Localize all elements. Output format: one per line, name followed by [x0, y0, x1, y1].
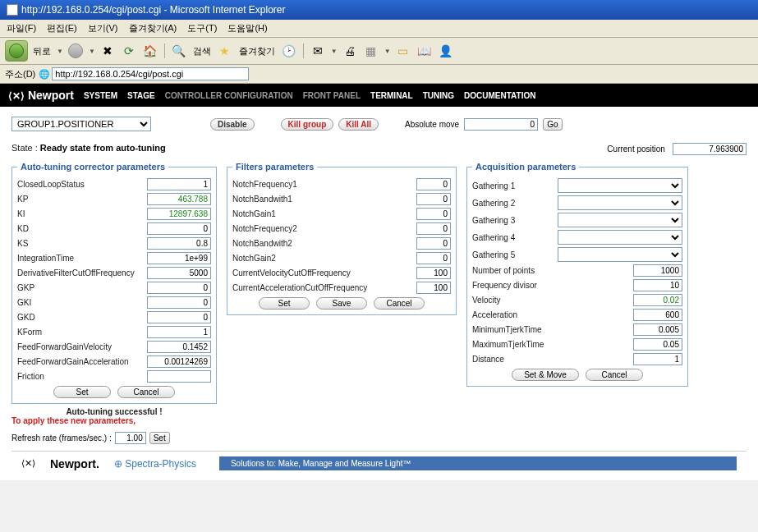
positioner-select[interactable]: GROUP1.POSITIONER	[11, 117, 151, 131]
param-label: Number of points	[472, 266, 535, 275]
ie-icon	[7, 4, 18, 16]
edit-button[interactable]: ▦	[362, 42, 380, 60]
filters-save-button[interactable]: Save	[316, 297, 367, 310]
menu-view[interactable]: 보기(V)	[88, 23, 118, 33]
refresh-input[interactable]	[115, 432, 146, 444]
param-input-CurrentVelocityCutOffFrequency[interactable]	[416, 267, 451, 279]
gathering-select-4[interactable]	[558, 230, 682, 245]
edit-dropdown-icon[interactable]: ▼	[384, 48, 391, 55]
nav-terminal[interactable]: TERMINAL	[370, 91, 413, 100]
param-input-Acceleration[interactable]	[633, 309, 682, 321]
acq-row: Acceleration	[472, 309, 682, 321]
param-input-NotchGain1[interactable]	[416, 208, 451, 220]
home-button[interactable]: 🏠	[141, 42, 159, 60]
messenger-button[interactable]: 👤	[437, 42, 455, 60]
filters-cancel-button[interactable]: Cancel	[374, 297, 425, 310]
forward-button[interactable]	[67, 42, 85, 60]
param-input-Distance[interactable]	[633, 353, 682, 365]
param-input-GKI[interactable]	[147, 296, 211, 309]
param-input-DerivativeFilterCutOffFrequency[interactable]	[147, 267, 211, 279]
menu-tools[interactable]: 도구(T)	[187, 23, 217, 33]
gathering-select-5[interactable]	[558, 247, 682, 262]
autotune-panel: Auto-tuning corrector parameters ClosedL…	[11, 162, 217, 404]
nav-tuning[interactable]: TUNING	[423, 91, 454, 100]
menu-help[interactable]: 도움말(H)	[227, 23, 267, 33]
gathering-select-2[interactable]	[558, 195, 682, 210]
param-label: NotchFrequency2	[232, 224, 297, 233]
autotune-row: DerivativeFilterCutOffFrequency	[17, 267, 211, 279]
logo-icon: ⟨✕⟩	[8, 90, 25, 102]
menu-edit[interactable]: 편집(E)	[47, 23, 77, 33]
nav-system[interactable]: SYSTEM	[84, 91, 117, 100]
param-input-MinimumTjerkTime[interactable]	[633, 323, 682, 336]
param-input-GKP[interactable]	[147, 282, 211, 294]
param-input-Velocity[interactable]	[633, 294, 682, 306]
history-button[interactable]: 🕑	[280, 42, 298, 60]
param-label: KD	[17, 224, 29, 233]
absolute-move-label: Absolute move	[405, 120, 459, 129]
stop-button[interactable]: ✖	[99, 42, 117, 60]
refresh-set-button[interactable]: Set	[149, 432, 170, 444]
param-input-KForm[interactable]	[147, 326, 211, 338]
param-input-KP[interactable]	[147, 193, 211, 205]
param-input-CurrentAccelerationCutOffFrequency[interactable]	[416, 282, 451, 294]
param-input-FeedForwardGainVelocity[interactable]	[147, 341, 211, 353]
param-label: CurrentVelocityCutOffFrequency	[232, 268, 351, 277]
search-label: 검색	[193, 45, 211, 57]
back-dropdown-icon[interactable]: ▼	[57, 48, 63, 55]
param-input-KD[interactable]	[147, 222, 211, 235]
param-input-Frequency divisor[interactable]	[633, 279, 682, 291]
param-input-NotchFrequency1[interactable]	[416, 178, 451, 190]
print-button[interactable]: 🖨	[341, 42, 359, 60]
logo-text: Newport	[28, 89, 74, 102]
nav-frontpanel[interactable]: FRONT PANEL	[303, 91, 361, 100]
ie-menubar: 파일(F) 편집(E) 보기(V) 즐겨찾기(A) 도구(T) 도움말(H)	[0, 20, 758, 38]
menu-file[interactable]: 파일(F)	[7, 23, 36, 33]
gathering-label: Gathering 5	[472, 250, 515, 259]
param-input-KS[interactable]	[147, 237, 211, 250]
go-button[interactable]: Go	[543, 118, 562, 131]
gathering-row: Gathering 3	[472, 213, 682, 227]
acq-setmove-button[interactable]: Set & Move	[512, 369, 579, 381]
address-input[interactable]	[52, 67, 249, 80]
param-input-IntegrationTime[interactable]	[147, 252, 211, 264]
footer-spectra: ⊕ Spectra-Physics	[114, 458, 196, 470]
mail-dropdown-icon[interactable]: ▼	[331, 48, 338, 55]
param-input-NotchBandwith1[interactable]	[416, 193, 451, 205]
absolute-move-input[interactable]	[464, 118, 538, 131]
param-label: Acceleration	[472, 310, 517, 319]
search-button[interactable]: 🔍	[170, 42, 188, 60]
param-input-FeedForwardGainAcceleration[interactable]	[147, 355, 211, 368]
acq-cancel-button[interactable]: Cancel	[586, 369, 643, 381]
refresh-button[interactable]: ⟳	[120, 42, 138, 60]
discuss-button[interactable]: ▭	[394, 42, 412, 60]
param-input-ClosedLoopStatus[interactable]	[147, 178, 211, 190]
param-input-MaximumTjerkTime[interactable]	[633, 338, 682, 351]
param-input-Number of points[interactable]	[633, 264, 682, 277]
research-button[interactable]: 📖	[416, 42, 434, 60]
param-input-GKD[interactable]	[147, 311, 211, 323]
kill-group-button[interactable]: Kill group	[281, 118, 334, 131]
autotune-cancel-button[interactable]: Cancel	[117, 386, 175, 398]
param-input-Friction[interactable]	[147, 370, 211, 383]
param-input-KI[interactable]	[147, 208, 211, 220]
param-label: NotchFrequency1	[232, 180, 297, 189]
gathering-select-3[interactable]	[558, 213, 682, 227]
param-input-NotchFrequency2[interactable]	[416, 222, 451, 235]
nav-stage[interactable]: STAGE	[127, 91, 155, 100]
nav-documentation[interactable]: DOCUMENTATION	[464, 91, 535, 100]
favorites-button[interactable]: ★	[216, 42, 234, 60]
param-label: KS	[17, 239, 28, 248]
disable-button[interactable]: Disable	[210, 118, 255, 131]
mail-button[interactable]: ✉	[309, 42, 327, 60]
param-input-NotchBandwith2[interactable]	[416, 237, 451, 250]
menu-favorites[interactable]: 즐겨찾기(A)	[129, 23, 177, 33]
forward-dropdown-icon[interactable]: ▼	[89, 48, 95, 55]
filters-set-button[interactable]: Set	[259, 297, 310, 310]
gathering-select-1[interactable]	[558, 178, 682, 193]
kill-all-button[interactable]: Kill All	[338, 118, 379, 131]
back-button[interactable]	[5, 40, 28, 62]
param-input-NotchGain2[interactable]	[416, 252, 451, 264]
autotune-set-button[interactable]: Set	[53, 386, 111, 398]
nav-controller[interactable]: CONTROLLER CONFIGURATION	[165, 91, 293, 100]
